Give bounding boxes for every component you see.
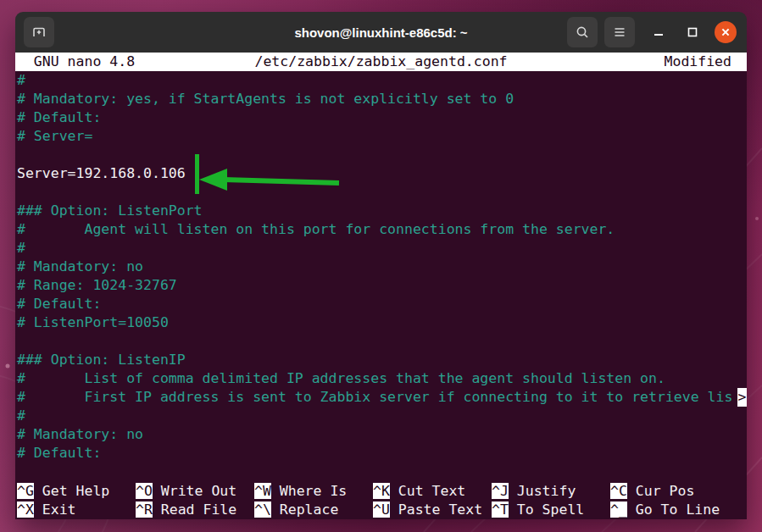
editor-line-text: # (17, 407, 25, 424)
shortcut-key: ^C (610, 483, 627, 499)
shortcut-cut-text: ^K Cut Text (373, 482, 465, 501)
shortcut-key: ^O (136, 483, 153, 499)
menu-button[interactable] (604, 17, 635, 47)
nano-filename: /etc/zabbix/zabbix_agentd.conf (15, 53, 747, 71)
editor-line: # Server= (15, 127, 747, 146)
shortcut-label: Replace (271, 502, 338, 518)
maximize-button[interactable] (682, 22, 703, 42)
shortcut-go-to-line: ^_ Go To Line (610, 501, 720, 519)
editor-line (15, 332, 747, 351)
shortcut-key: ^\ (254, 502, 271, 518)
shortcut-exit: ^X Exit (17, 501, 76, 519)
editor-line-text: # Default: (17, 445, 101, 461)
shortcut-key: ^T (492, 502, 509, 518)
new-tab-button[interactable] (24, 17, 54, 47)
shortcut-label: Read File (153, 502, 236, 518)
editor-line-text: # Range: 1024-32767 (17, 277, 177, 293)
shortcut-key: ^X (17, 502, 34, 518)
shortcut-to-spell: ^T To Spell (492, 501, 584, 519)
shortcut-label: Justify (509, 483, 576, 499)
editor-line-text: # Agent will listen on this port for con… (17, 221, 615, 237)
shortcut-key: ^J (492, 483, 509, 499)
new-tab-icon (31, 25, 47, 40)
editor-line-text: # Mandatory: yes, if StartAgents is not … (17, 91, 514, 107)
shortcut-row-2: ^X Exit^R Read File^\ Replace^U Paste Te… (15, 501, 747, 519)
editor-line-text: # (17, 240, 25, 256)
editor-line: # Range: 1024-32767 (15, 276, 747, 295)
line-overflow-marker: > (737, 388, 747, 407)
editor-line-text: # ListenPort=10050 (17, 314, 169, 330)
shortcut-label: Write Out (153, 483, 236, 499)
shortcut-cur-pos: ^C Cur Pos (610, 482, 694, 501)
titlebar[interactable]: shovon@linuxhint-e86c5d: ~ (15, 12, 747, 53)
editor-line-text: # List of comma delimited IP addresses t… (17, 370, 665, 386)
search-icon (575, 25, 590, 40)
shortcut-key: ^K (373, 483, 390, 499)
shortcut-label: Cut Text (390, 483, 465, 499)
shortcut-replace: ^\ Replace (254, 501, 338, 519)
search-button[interactable] (567, 17, 598, 47)
editor-line (15, 183, 747, 202)
nano-header: GNU nano 4.8 /etc/zabbix/zabbix_agentd.c… (15, 53, 747, 71)
editor-line: # Agent will listen on this port for con… (15, 220, 747, 239)
shortcut-key: ^R (136, 502, 153, 518)
editor-line (15, 146, 747, 164)
editor-line: # (15, 71, 747, 90)
editor-line: # (15, 239, 747, 258)
shortcut-paste-text: ^U Paste Text (373, 501, 482, 519)
shortcut-read-file: ^R Read File (136, 501, 236, 519)
editor-line: ### Option: ListenPort (15, 202, 747, 220)
editor-line-text: ### Option: ListenIP (17, 352, 186, 368)
editor-line: # Default: (15, 108, 747, 127)
editor-line-text: # Default: (17, 109, 101, 125)
editor-line-text: # Mandatory: no (17, 258, 143, 274)
editor-line: # Mandatory: no (15, 258, 747, 276)
shortcut-write-out: ^O Write Out (136, 482, 236, 501)
shortcut-justify: ^J Justify (492, 482, 576, 501)
shortcut-get-help: ^G Get Help (17, 482, 109, 501)
terminal-window: shovon@linuxhint-e86c5d: ~ (15, 12, 747, 519)
shortcut-where-is: ^W Where Is (254, 482, 347, 501)
editor-line-text: # Mandatory: no (17, 426, 143, 442)
editor-line: Server=192.168.0.106 (15, 164, 747, 183)
shortcut-label: To Spell (509, 502, 584, 518)
editor-line: # Default: (15, 295, 747, 313)
editor-line: # Mandatory: yes, if StartAgents is not … (15, 90, 747, 108)
shortcut-key: ^_ (610, 502, 627, 518)
editor-line-text: # Default: (17, 296, 101, 312)
nano-editor[interactable]: GNU nano 4.8 /etc/zabbix/zabbix_agentd.c… (15, 53, 747, 519)
editor-line: # Mandatory: no (15, 425, 747, 444)
editor-line: # ListenPort=10050 (15, 313, 747, 332)
editor-line: # First IP address is sent to Zabbix ser… (15, 388, 747, 407)
editor-line-text: ### Option: ListenPort (17, 202, 203, 219)
shortcut-key: ^G (17, 483, 34, 499)
shortcut-key: ^W (254, 483, 271, 499)
shortcut-label: Cur Pos (627, 483, 694, 499)
shortcut-label: Go To Line (627, 502, 720, 518)
close-icon (720, 26, 731, 38)
hamburger-menu-icon (612, 25, 627, 40)
editor-line: # (15, 407, 747, 425)
shortcut-label: Exit (34, 502, 76, 518)
editor-line-text: # First IP address is sent to Zabbix ser… (17, 389, 732, 405)
minimize-icon (652, 25, 665, 39)
shortcut-label: Paste Text (390, 502, 482, 518)
editor-line: ### Option: ListenIP (15, 351, 747, 369)
editor-line-text: # (17, 72, 25, 88)
editor-line-text: Server=192.168.0.106 (17, 165, 186, 181)
minimize-button[interactable] (648, 22, 669, 42)
editor-line-text: # Server= (17, 128, 92, 144)
shortcut-label: Where Is (271, 483, 347, 499)
editor-line: # Default: (15, 444, 747, 463)
editor-lines[interactable]: ## Mandatory: yes, if StartAgents is not… (15, 71, 747, 463)
shortcut-label: Get Help (34, 483, 109, 499)
shortcut-row-1: ^G Get Help^O Write Out^W Where Is^K Cut… (15, 482, 747, 501)
maximize-icon (686, 25, 699, 39)
shortcut-key: ^U (373, 502, 390, 518)
editor-line: # List of comma delimited IP addresses t… (15, 369, 747, 388)
close-button[interactable] (715, 21, 737, 43)
